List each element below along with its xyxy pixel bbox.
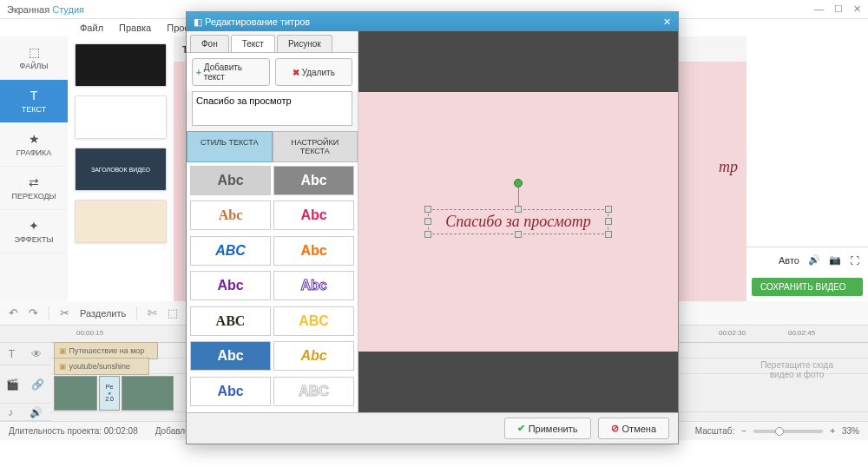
dialog-titlebar[interactable]: ◧ Редактирование титров ✕ (187, 12, 678, 31)
dialog-title: Редактирование титров (205, 16, 310, 27)
style-preset[interactable]: ABC (190, 306, 271, 336)
brand-part-b: Студия (52, 4, 84, 15)
minimize-icon[interactable]: — (814, 3, 824, 15)
dialog-close-icon[interactable]: ✕ (663, 16, 671, 28)
menu-edit[interactable]: Правка (119, 23, 151, 33)
audio-track-icon[interactable]: ♪ (8, 406, 13, 418)
sidebar-tab-graphics[interactable]: ★ГРАФИКА (0, 123, 68, 167)
resize-handle-tl[interactable] (424, 206, 431, 213)
rotation-handle[interactable] (514, 179, 523, 187)
style-preset[interactable]: ABC (190, 236, 271, 266)
resize-handle-bl[interactable] (424, 231, 431, 238)
tab-image[interactable]: Рисунок (277, 35, 332, 52)
style-preset[interactable]: Abc (273, 166, 354, 195)
resize-handle-mr[interactable] (605, 218, 612, 225)
redo-icon[interactable]: ↷ (29, 306, 38, 319)
menu-file[interactable]: Файл (80, 23, 103, 33)
video-track-icon[interactable]: 🎬 (6, 378, 19, 391)
link-icon[interactable]: 🔗 (31, 378, 44, 391)
eye-icon[interactable]: 👁 (31, 348, 42, 360)
style-preset[interactable]: Abc (273, 341, 354, 371)
sidebar-label: ТЕКСТ (22, 105, 46, 114)
save-video-button[interactable]: СОХРАНИТЬ ВИДЕО (752, 278, 863, 296)
btn-label: Применить (529, 424, 578, 434)
tab-background[interactable]: Фон (190, 35, 229, 52)
titles-editor-dialog: ◧ Редактирование титров ✕ Фон Текст Рису… (186, 11, 679, 444)
tab-text[interactable]: Текст (231, 35, 275, 52)
resize-handle-tr[interactable] (605, 206, 612, 213)
style-preset[interactable]: Abc (273, 271, 354, 300)
style-subtabs: СТИЛЬ ТЕКСТА НАСТРОЙКИ ТЕКСТА (187, 131, 358, 162)
style-preset[interactable]: Abc (190, 341, 271, 371)
resize-handle-bm[interactable] (515, 231, 522, 238)
subtab-text-settings[interactable]: НАСТРОЙКИ ТЕКСТА (273, 131, 358, 162)
thumb-label: ЗАГОЛОВОК ВИДЕО (91, 167, 150, 173)
style-preset[interactable]: Abc (190, 201, 271, 230)
maximize-icon[interactable]: ☐ (834, 3, 843, 15)
text-bounding-box[interactable]: Спасибо за просмотр (428, 209, 608, 234)
text-input[interactable] (192, 91, 352, 126)
drop-hint: Перетащите сюда видео и фото (760, 360, 833, 379)
close-icon[interactable]: ✕ (853, 3, 861, 15)
undo-icon[interactable]: ↶ (9, 306, 18, 319)
style-preset[interactable]: ABC (273, 377, 354, 406)
sidebar-tab-effects[interactable]: ✦ЭФФЕКТЫ (0, 210, 68, 253)
brand-part-a: Экранная (7, 4, 49, 15)
style-preset[interactable]: Abc (190, 377, 271, 406)
sidebar-tab-transitions[interactable]: ⇄ПЕРЕХОДЫ (0, 167, 68, 210)
resize-handle-tm[interactable] (515, 206, 522, 213)
style-preset[interactable]: Abc (273, 236, 354, 266)
sidebar-tab-files[interactable]: ⬚ФАЙЛЫ (0, 36, 68, 80)
text-clip[interactable]: ▣ youtube/sunshine (54, 358, 149, 375)
resize-handle-ml[interactable] (424, 218, 431, 225)
zoom-slider[interactable] (753, 430, 823, 433)
preview-stage[interactable]: Спасибо за просмотр (358, 31, 678, 412)
style-preset[interactable]: Abc (190, 271, 271, 300)
speaker-icon[interactable]: 🔊 (30, 406, 43, 418)
text-track-icon[interactable]: T (9, 348, 15, 360)
apply-button[interactable]: ✔Применить (504, 418, 591, 439)
auto-label[interactable]: Авто (779, 255, 799, 266)
thumb-item[interactable]: ЗАГОЛОВОК ВИДЕО (75, 148, 167, 191)
preview-frame[interactable]: Спасибо за просмотр (358, 92, 678, 352)
clip-label: Pe (106, 384, 114, 390)
right-panel: Авто 🔊 📷 ⛶ СОХРАНИТЬ ВИДЕО (746, 36, 868, 301)
style-preset[interactable]: Abc (273, 201, 354, 230)
sidebar-label: ЭФФЕКТЫ (15, 235, 54, 244)
fullscreen-icon[interactable]: ⛶ (850, 255, 859, 266)
thumb-item[interactable] (75, 95, 167, 139)
thumb-item[interactable] (75, 43, 167, 87)
zoom-thumb[interactable] (775, 427, 784, 436)
video-clip[interactable] (122, 376, 174, 411)
save-row: СОХРАНИТЬ ВИДЕО (746, 273, 868, 301)
add-text-button[interactable]: +Добавить текст (192, 58, 270, 86)
style-preset[interactable]: Abc (190, 166, 271, 195)
zoom-value: 33% (842, 426, 859, 436)
duration-value: 00:02:08 (104, 426, 138, 436)
transition-clip[interactable]: Pe ● 2.0 (99, 376, 120, 411)
dialog-left-panel: Фон Текст Рисунок +Добавить текст ✖Удали… (187, 31, 358, 412)
hint-line: Перетащите сюда (760, 360, 833, 370)
cut-icon[interactable]: ✄ (148, 306, 157, 319)
cancel-icon: ⊘ (611, 423, 619, 434)
camera-icon[interactable]: 📷 (829, 254, 841, 266)
subtab-text-style[interactable]: СТИЛЬ ТЕКСТА (187, 131, 273, 162)
video-clip[interactable] (54, 376, 97, 411)
text-clip[interactable]: ▣ Путешествие на мор (54, 342, 158, 359)
zoom-label: Масштаб: (695, 426, 735, 436)
ruler-tick: 00:02:45 (788, 329, 815, 337)
crop-icon[interactable]: ⬚ (168, 306, 178, 319)
thumb-item[interactable] (75, 200, 167, 243)
split-icon[interactable]: ✂ (60, 306, 69, 319)
style-preset[interactable]: ABC (273, 306, 354, 336)
sidebar-tab-text[interactable]: TТЕКСТ (0, 80, 68, 123)
zoom-out-icon[interactable]: − (741, 426, 746, 436)
speaker-icon[interactable]: 🔊 (808, 254, 820, 266)
duration-label: Длительность проекта: (9, 426, 102, 436)
delete-text-button[interactable]: ✖Удалить (275, 58, 353, 86)
split-label[interactable]: Разделить (80, 308, 126, 319)
style-grid: AbcAbcAbcAbcABCAbcAbcAbcABCABCAbcAbcAbcA… (187, 162, 358, 412)
resize-handle-br[interactable] (605, 231, 612, 238)
zoom-in-icon[interactable]: + (830, 426, 835, 436)
cancel-button[interactable]: ⊘Отмена (598, 418, 669, 439)
